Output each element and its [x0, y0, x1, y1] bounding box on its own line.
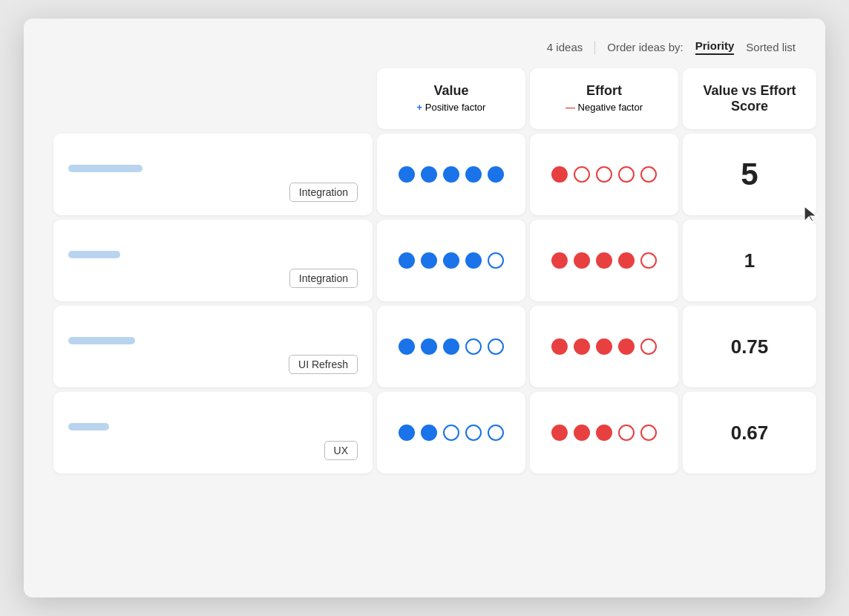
dot: [488, 166, 504, 183]
score-title: Value vs EffortScore: [695, 83, 804, 114]
row-label-cell: Integration: [53, 134, 373, 215]
label-tag: UI Refresh: [289, 355, 358, 374]
value-dots: [399, 166, 504, 183]
dot: [596, 338, 612, 355]
value-dots-cell: [377, 306, 525, 387]
dot: [443, 166, 459, 183]
dot: [551, 252, 568, 269]
score-value: 0.67: [731, 422, 769, 445]
row-bar: [68, 165, 142, 172]
row-label-cell: Integration: [53, 220, 373, 301]
dot: [618, 425, 635, 441]
header-value: Value + Positive factor: [377, 68, 525, 129]
dot: [443, 338, 459, 355]
dot: [465, 252, 482, 269]
effort-dots: [551, 252, 657, 269]
dot: [399, 166, 415, 183]
sorted-list-button[interactable]: Sorted list: [746, 41, 796, 53]
header-score: Value vs EffortScore: [683, 68, 816, 129]
score-cell: 5: [683, 134, 816, 215]
dot: [574, 166, 590, 183]
dot: [574, 338, 590, 355]
label-tag: Integration: [289, 183, 358, 202]
ideas-count: 4 ideas: [547, 41, 583, 53]
header-empty: [53, 68, 373, 129]
dot: [421, 338, 437, 355]
table-row: Integration1: [53, 220, 796, 301]
dot: [399, 425, 415, 441]
value-dots-cell: [377, 220, 525, 301]
dot: [465, 338, 482, 355]
dot: [640, 252, 657, 269]
rows-container: Integration5 Integration1UI Refresh0.75U…: [53, 134, 796, 474]
row-label-cell: UI Refresh: [53, 306, 373, 387]
dot: [551, 338, 568, 355]
row-bar: [68, 337, 135, 344]
dot: [596, 252, 612, 269]
main-window: 4 ideas Order ideas by: Priority Sorted …: [24, 19, 825, 597]
score-cell: 0.75: [683, 306, 816, 387]
dot: [640, 425, 657, 441]
table-row: UX0.67: [53, 392, 796, 474]
value-dots: [399, 425, 504, 441]
effort-title: Effort: [542, 83, 666, 99]
value-dots: [399, 338, 504, 355]
score-value: 5: [741, 157, 758, 192]
top-bar: 4 ideas Order ideas by: Priority Sorted …: [24, 19, 825, 68]
dot: [574, 425, 590, 441]
dot: [574, 252, 590, 269]
effort-dots: [551, 425, 657, 441]
score-cell: 0.67: [683, 392, 816, 474]
label-tag: UX: [324, 441, 358, 460]
value-dots: [399, 252, 504, 269]
dot: [551, 425, 568, 441]
value-title: Value: [389, 83, 514, 99]
value-dots-cell: [377, 134, 525, 215]
header-effort: Effort — Negative factor: [530, 68, 678, 129]
score-value: 1: [744, 249, 755, 272]
effort-dots-cell: [530, 134, 678, 215]
dot: [618, 252, 635, 269]
dot: [421, 166, 437, 183]
row-label-cell: UX: [53, 392, 373, 474]
dot: [465, 425, 482, 441]
vertical-divider: [594, 41, 595, 54]
effort-dots: [551, 338, 657, 355]
score-cell: 1: [683, 220, 816, 301]
dot: [488, 252, 504, 269]
row-bar: [68, 423, 109, 430]
dot: [488, 338, 504, 355]
value-dots-cell: [377, 392, 525, 474]
dot: [443, 252, 459, 269]
grid-header: Value + Positive factor Effort — Negativ…: [53, 68, 796, 129]
effort-dots-cell: [530, 306, 678, 387]
score-value: 0.75: [731, 335, 769, 358]
dot: [596, 166, 612, 183]
dot: [596, 425, 612, 441]
label-tag: Integration: [289, 269, 358, 288]
dot: [618, 338, 635, 355]
dot: [618, 166, 635, 183]
priority-sort-button[interactable]: Priority: [695, 39, 735, 55]
dot: [488, 425, 504, 441]
effort-dots-cell: [530, 392, 678, 474]
effort-dots-cell: [530, 220, 678, 301]
effort-subtitle: — Negative factor: [542, 102, 666, 113]
table-row: Integration5: [53, 134, 796, 215]
dot: [640, 166, 657, 183]
table-row: UI Refresh0.75: [53, 306, 796, 387]
order-label: Order ideas by:: [607, 41, 684, 53]
row-bar: [68, 251, 120, 258]
dot: [465, 166, 482, 183]
effort-subtitle-text: Negative factor: [578, 102, 643, 113]
grid-container: Value + Positive factor Effort — Negativ…: [24, 68, 825, 474]
value-subtitle: + Positive factor: [389, 102, 514, 113]
dot: [640, 338, 657, 355]
dot: [421, 425, 437, 441]
dot: [443, 425, 459, 441]
value-subtitle-text: Positive factor: [425, 102, 486, 113]
dot: [421, 252, 437, 269]
dot: [399, 252, 415, 269]
effort-dots: [551, 166, 657, 183]
dot: [551, 166, 568, 183]
